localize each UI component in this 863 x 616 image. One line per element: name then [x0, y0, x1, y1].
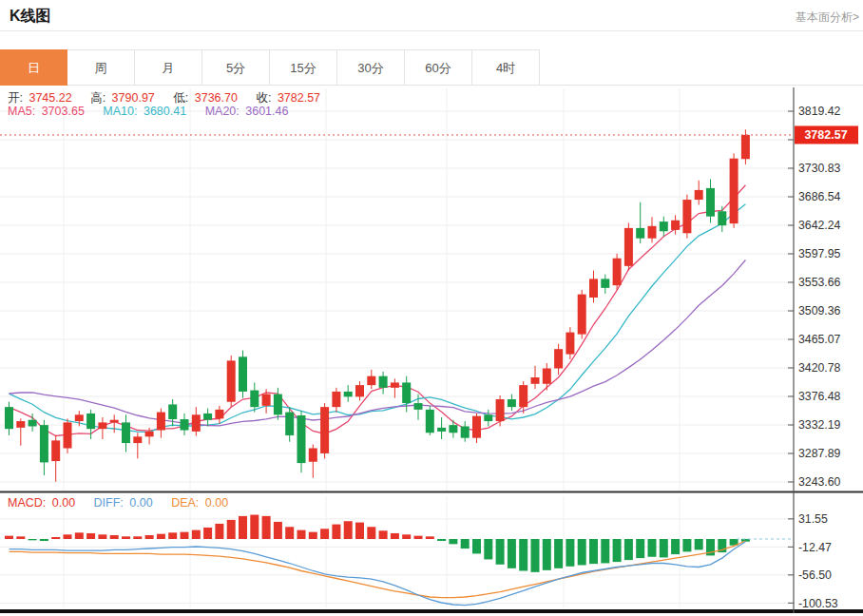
tab-5分[interactable]: 5分 — [202, 49, 270, 86]
macd-bar-positive — [297, 530, 306, 539]
macd-bar-negative — [671, 539, 680, 554]
interval-tabbar: 日周月5分15分30分60分4时 — [0, 49, 863, 86]
candle-body-up — [519, 385, 527, 407]
macd-bar-positive — [16, 536, 25, 539]
macd-bar-negative — [484, 539, 492, 559]
kline-chart-canvas[interactable]: 3819.423775.133730.833686.543642.243597.… — [0, 86, 863, 616]
macd-bar-negative — [636, 539, 644, 558]
macd-bar-positive — [215, 524, 223, 539]
macd-bar-positive — [181, 532, 189, 539]
price-axis-label: 3420.78 — [798, 361, 841, 375]
macd-bar-negative — [566, 539, 574, 567]
tab-日[interactable]: 日 — [0, 49, 67, 86]
candle-body-down — [484, 414, 492, 421]
page-header: K线图 基本面分析> — [0, 0, 863, 31]
price-axis-label: 3686.54 — [798, 190, 841, 203]
candle-body-up — [309, 449, 317, 462]
candle-body-down — [461, 426, 470, 437]
candle-body-down — [344, 392, 353, 396]
candle-body-down — [379, 376, 388, 388]
macd-bar-negative — [461, 539, 470, 549]
candle-body-down — [297, 415, 306, 463]
price-axis-label: 3376.48 — [798, 390, 841, 403]
candle-body-up — [589, 279, 598, 298]
price-axis-label: 3819.42 — [798, 105, 841, 118]
candle-body-up — [16, 421, 25, 428]
candle-body-down — [601, 279, 609, 287]
macd-bar-negative — [40, 539, 48, 541]
macd-bar-positive — [51, 537, 60, 539]
macd-bar-negative — [578, 539, 586, 565]
macd-bar-negative — [543, 539, 551, 570]
macd-axis-label: 31.55 — [798, 512, 828, 526]
price-axis-label: 3597.95 — [798, 247, 841, 260]
macd-bar-positive — [402, 534, 411, 539]
candle-body-up — [262, 395, 271, 406]
macd-bar-positive — [320, 529, 329, 539]
candle-body-up — [64, 422, 72, 448]
candle-body-up — [157, 413, 165, 431]
macd-bar-positive — [274, 522, 282, 539]
kline-chart-area[interactable]: 3819.423775.133730.833686.543642.243597.… — [0, 86, 863, 616]
macd-axis-label: -12.47 — [798, 541, 832, 554]
macd-bar-negative — [449, 539, 457, 544]
macd-bar-positive — [64, 534, 72, 539]
candle-body-up — [682, 200, 691, 233]
macd-bar-positive — [332, 525, 340, 539]
tab-15分[interactable]: 15分 — [270, 49, 337, 86]
tab-4时[interactable]: 4时 — [472, 49, 540, 86]
diff-line — [10, 542, 746, 606]
tab-周[interactable]: 周 — [67, 49, 135, 86]
candle-body-up — [472, 416, 481, 438]
price-axis-label: 3287.89 — [798, 447, 841, 460]
candle-body-up — [496, 399, 505, 421]
current-price-badge-value: 3782.57 — [804, 128, 847, 142]
macd-bar-positive — [344, 521, 353, 539]
macd-bar-positive — [414, 536, 423, 539]
candle-body-down — [5, 407, 13, 429]
fundamental-analysis-link[interactable]: 基本面分析> — [796, 10, 859, 26]
candle-body-down — [636, 228, 644, 239]
macd-bar-negative — [624, 539, 633, 560]
macd-bar-negative — [472, 539, 481, 553]
macd-bar-positive — [250, 515, 259, 539]
price-axis-label: 3553.66 — [798, 276, 841, 289]
candle-body-up — [648, 226, 657, 239]
tab-月[interactable]: 月 — [135, 49, 202, 86]
candle-body-up — [578, 295, 586, 335]
candle-body-down — [274, 395, 282, 415]
macd-bar-positive — [379, 530, 388, 539]
candle-body-up — [133, 436, 142, 443]
macd-bar-negative — [613, 539, 622, 562]
macd-bar-positive — [355, 523, 364, 539]
macd-bar-positive — [239, 516, 247, 539]
tab-30分[interactable]: 30分 — [337, 49, 405, 86]
candle-body-down — [706, 188, 715, 217]
candle-body-up — [613, 259, 622, 285]
candle-body-down — [86, 414, 95, 429]
candle-body-up — [531, 377, 540, 384]
macd-bar-positive — [122, 536, 130, 539]
macd-bar-negative — [29, 539, 37, 540]
macd-bar-negative — [508, 539, 516, 568]
candle-body-up — [391, 382, 399, 387]
candle-body-up — [741, 135, 750, 159]
page-title: K线图 — [10, 7, 51, 27]
candle-body-down — [660, 221, 668, 231]
candle-body-up — [98, 422, 106, 429]
tab-60分[interactable]: 60分 — [405, 49, 472, 86]
macd-bar-positive — [168, 532, 177, 539]
candle-body-up — [320, 407, 329, 453]
ma20-line — [10, 260, 746, 426]
candle-body-up — [367, 376, 375, 385]
price-axis-label: 3642.24 — [798, 219, 841, 232]
macd-bar-positive — [227, 520, 236, 539]
candle-body-up — [215, 410, 223, 418]
macd-bar-negative — [648, 539, 657, 557]
candle-body-up — [332, 392, 340, 407]
macd-bar-positive — [98, 534, 106, 539]
candle-body-down — [203, 414, 212, 420]
candle-body-up — [624, 228, 633, 266]
macd-bar-negative — [437, 539, 446, 541]
candle-body-up — [192, 414, 201, 432]
